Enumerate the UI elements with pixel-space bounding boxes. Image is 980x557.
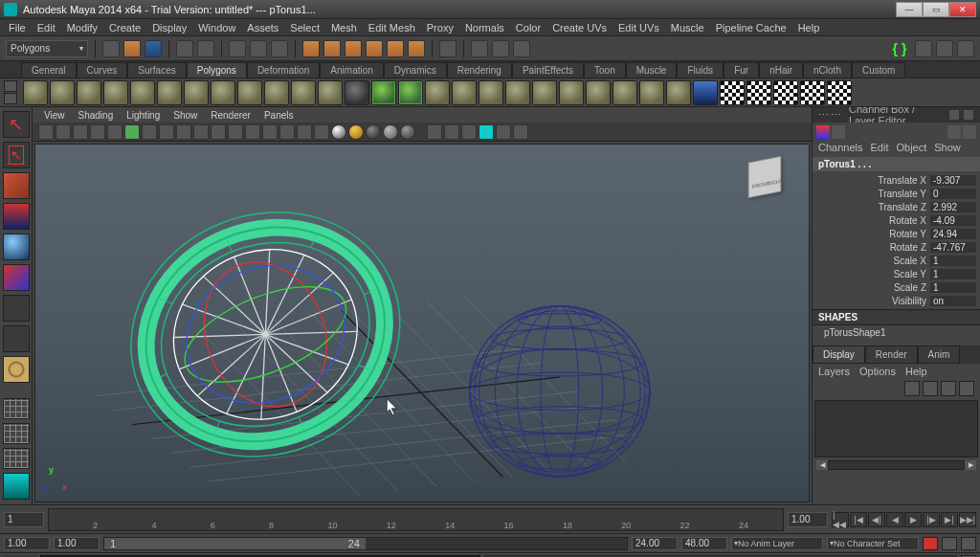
vp-menu-view[interactable]: View: [38, 110, 71, 121]
menu-edit[interactable]: Edit: [33, 21, 60, 34]
range-handle[interactable]: 1 24: [104, 538, 366, 549]
layer-list[interactable]: [814, 400, 978, 457]
uv-auto-icon[interactable]: [800, 80, 825, 105]
attr-label[interactable]: Scale Y: [816, 269, 930, 279]
attr-label[interactable]: Translate Z: [816, 202, 930, 212]
attr-value[interactable]: -47.767: [930, 242, 976, 253]
extrude-icon[interactable]: [505, 80, 530, 105]
shelf-tab-general[interactable]: General: [21, 62, 77, 78]
vp-aa-icon[interactable]: [383, 124, 398, 140]
new-scene-icon[interactable]: [102, 40, 120, 57]
shelf-tab-toon[interactable]: Toon: [584, 62, 626, 78]
single-view-icon[interactable]: [3, 398, 30, 419]
menu-set-selector[interactable]: Polygons: [6, 40, 88, 57]
scale-tool-icon[interactable]: [3, 264, 30, 291]
move-tool-icon[interactable]: [3, 203, 30, 230]
attr-value[interactable]: -4.09: [930, 215, 976, 226]
attr-label[interactable]: Rotate Y: [816, 229, 930, 239]
menu-modify[interactable]: Modify: [62, 21, 102, 34]
uv-cyl-icon[interactable]: [746, 80, 771, 105]
attr-label[interactable]: Scale X: [816, 256, 930, 266]
menu-edituvs[interactable]: Edit UVs: [613, 21, 664, 34]
menu-window[interactable]: Window: [193, 21, 240, 34]
select-obj-icon[interactable]: [250, 40, 267, 57]
vp-lights-icon[interactable]: [297, 124, 312, 140]
poly-plane-icon[interactable]: [130, 80, 155, 105]
attr-label[interactable]: Visibility: [816, 296, 930, 306]
vp-xray-icon[interactable]: [444, 124, 459, 140]
attr-label[interactable]: Rotate X: [816, 215, 930, 226]
render-settings-icon[interactable]: [513, 40, 530, 57]
vp-dof-icon[interactable]: [400, 124, 415, 140]
vp-menu-panels[interactable]: Panels: [258, 110, 300, 121]
range-slider[interactable]: 1 24: [103, 537, 628, 550]
booleans-icon[interactable]: [479, 80, 503, 105]
playback-start-field[interactable]: 1.00: [54, 537, 100, 550]
layer-menu-layers[interactable]: Layers: [818, 366, 850, 377]
shelf-tab-muscle[interactable]: Muscle: [626, 62, 678, 78]
snap-plane-icon[interactable]: [366, 40, 383, 57]
home-layout-icon[interactable]: [3, 473, 30, 500]
vp-wireframe-icon[interactable]: [245, 124, 260, 140]
layer-menu-options[interactable]: Options: [859, 366, 896, 377]
vp-safe-title-icon[interactable]: [228, 124, 243, 140]
menu-color[interactable]: Color: [511, 21, 546, 34]
extract-icon[interactable]: [452, 80, 477, 105]
vp-menu-shading[interactable]: Shading: [73, 110, 120, 121]
current-frame-field-left[interactable]: 1: [4, 512, 44, 527]
redo-icon[interactable]: [197, 40, 214, 57]
layer-move-up-icon[interactable]: [941, 381, 956, 396]
anim-start-field[interactable]: 1.00: [4, 537, 50, 550]
smooth-icon[interactable]: [693, 80, 718, 105]
vp-safe-action-icon[interactable]: [211, 124, 226, 140]
playback-end-field[interactable]: 24.00: [632, 537, 678, 550]
four-view-icon[interactable]: [3, 423, 30, 444]
go-to-start-button[interactable]: |◀◀: [832, 512, 849, 527]
attr-editor-toggle-icon[interactable]: [915, 40, 932, 57]
channel-sync-icon[interactable]: [947, 125, 961, 139]
insert-loop-icon[interactable]: [586, 80, 611, 105]
select-hier-icon[interactable]: [229, 40, 246, 57]
channel-toggle-icon[interactable]: [957, 40, 974, 57]
menu-help[interactable]: Help: [793, 21, 825, 34]
shelf-tab-polygons[interactable]: Polygons: [187, 62, 247, 78]
bevel-icon[interactable]: [559, 80, 584, 105]
cb-menu-object[interactable]: Object: [896, 142, 926, 157]
undo-icon[interactable]: [176, 40, 193, 57]
attr-value[interactable]: 1: [930, 269, 976, 279]
render-icon[interactable]: [471, 40, 488, 57]
step-forward-key-button[interactable]: ▶|: [941, 512, 958, 527]
attr-value[interactable]: 2.992: [930, 202, 976, 212]
scroll-right-button[interactable]: ▶: [965, 460, 976, 470]
rotate-tool-icon[interactable]: [3, 234, 30, 260]
attr-label[interactable]: Rotate Z: [816, 242, 930, 253]
viewcube[interactable]: FRONT RIGHT: [746, 158, 790, 202]
auto-key-button[interactable]: [923, 537, 938, 550]
anim-prefs-button[interactable]: [961, 537, 976, 550]
layer-new-empty-icon[interactable]: [904, 381, 920, 396]
current-frame-field-right[interactable]: 1.00: [788, 512, 828, 527]
history-toggle-icon[interactable]: [439, 40, 457, 57]
shelf-tab-rendering[interactable]: Rendering: [447, 62, 512, 78]
shelf-tab-surfaces[interactable]: Surfaces: [127, 62, 186, 78]
poly-cone-icon[interactable]: [103, 80, 128, 105]
uv-sphere-icon[interactable]: [773, 80, 798, 105]
poly-sphere-icon[interactable]: [23, 80, 48, 105]
maximize-button[interactable]: ▭: [923, 2, 949, 17]
vp-motion-blur-icon[interactable]: [366, 124, 381, 140]
vp-2d-icon[interactable]: [107, 124, 122, 140]
poly-pipe-icon[interactable]: [237, 80, 262, 105]
lasso-tool-icon[interactable]: ↖: [3, 142, 30, 168]
paint-select-tool-icon[interactable]: [3, 172, 30, 199]
shelf-tab-fur[interactable]: Fur: [724, 62, 759, 78]
menu-editmesh[interactable]: Edit Mesh: [364, 21, 420, 34]
shape-node-name[interactable]: pTorusShape1: [813, 325, 980, 340]
snap-view-icon[interactable]: [408, 40, 425, 57]
vp-xray-joints-icon[interactable]: [461, 124, 477, 140]
layer-new-selected-icon[interactable]: [923, 381, 938, 396]
layer-tab-display[interactable]: Display: [813, 345, 865, 364]
cb-menu-edit[interactable]: Edit: [870, 142, 888, 157]
save-scene-icon[interactable]: [145, 40, 162, 57]
vp-imageplane-icon[interactable]: [90, 124, 105, 140]
menu-pipelinecache[interactable]: Pipeline Cache: [711, 21, 791, 34]
